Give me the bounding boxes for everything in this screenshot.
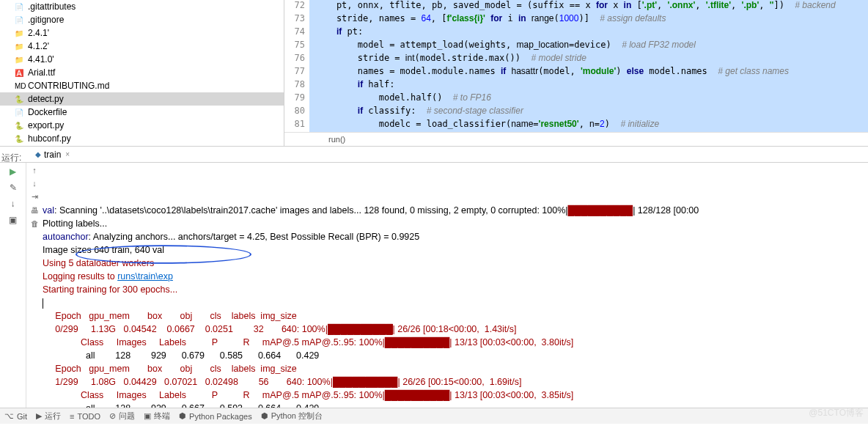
file-tree-item[interactable]: 📁4.41.0': [0, 53, 284, 66]
todo-tool-window[interactable]: ≡ TODO: [70, 412, 100, 421]
console-line: val: Scanning '..\datasets\coco128\label…: [43, 204, 868, 217]
code-line[interactable]: pt, onnx, tflite, pb, saved_model = (suf…: [309, 0, 868, 13]
file-icon: 📄: [15, 3, 25, 11]
console-line: all 128 929 0.679 0.585 0.664 0.429: [43, 349, 868, 362]
problems-tool-window[interactable]: ⊘ 问题: [109, 411, 135, 422]
line-number: 81: [284, 119, 309, 132]
file-label: Dockerfile: [28, 107, 67, 117]
run-panel-label: 运行:: [1, 152, 21, 164]
print-button[interactable]: 🖶: [31, 206, 39, 215]
file-icon: 🐍: [15, 122, 25, 130]
file-icon: 📄: [15, 108, 25, 117]
line-number: 72: [284, 0, 309, 13]
file-tree-item[interactable]: 🐍hubconf.py: [0, 132, 284, 145]
git-tool-window[interactable]: ⌥ Git: [4, 411, 27, 421]
file-label: hubconf.py: [28, 133, 71, 144]
code-line[interactable]: if half:: [309, 79, 868, 92]
console-line: Plotting labels...: [43, 217, 868, 230]
layout-button[interactable]: ▣: [7, 214, 19, 226]
file-tree[interactable]: 📄.gitattributes📄.gitignore📁2.4.1'📁4.1.2'…: [0, 0, 284, 146]
file-tree-item[interactable]: 📁4.1.2': [0, 40, 284, 53]
file-icon: 📁: [15, 56, 25, 64]
console-line: Logging results to runs\train\exp: [43, 270, 868, 283]
close-icon[interactable]: ×: [65, 150, 70, 158]
run-tab-label: train: [44, 150, 61, 160]
run-button[interactable]: ▶: [7, 166, 19, 177]
console-line: Epoch gpu_mem box obj cls labels img_siz…: [43, 362, 868, 375]
file-label: .gitattributes: [28, 1, 76, 12]
file-label: CONTRIBUTING.md: [28, 81, 109, 91]
file-label: detect.py: [28, 94, 64, 104]
code-line[interactable]: modelc = load_classifier(name='resnet50'…: [309, 119, 868, 132]
file-tree-item[interactable]: 📁2.4.1': [0, 26, 284, 40]
file-tree-item[interactable]: 📄LICENSE: [0, 145, 284, 146]
file-icon: 🅰️: [15, 69, 25, 77]
file-tree-item[interactable]: 🅰️Arial.ttf: [0, 66, 284, 79]
file-label: .gitignore: [28, 15, 64, 25]
tool-button[interactable]: ✎: [7, 182, 19, 194]
file-icon: 📁: [15, 43, 25, 51]
file-label: 4.41.0': [28, 54, 54, 65]
console-line: 1/299 1.08G 0.04429 0.07021 0.02498 56 6…: [43, 375, 868, 389]
clear-button[interactable]: 🗑: [31, 219, 39, 228]
console-line: 0/299 1.13G 0.04542 0.0667 0.0251 32 640…: [43, 323, 868, 336]
file-icon: 📄: [15, 16, 25, 24]
line-number: 75: [284, 40, 309, 53]
run-tab-train[interactable]: ◆ train ×: [29, 148, 76, 161]
file-icon: 🐍: [15, 95, 25, 103]
file-label: 4.1.2': [28, 41, 49, 51]
console-output[interactable]: val: Scanning '..\datasets\coco128\label…: [43, 163, 868, 409]
soft-wrap-button[interactable]: ⇥: [32, 192, 38, 202]
status-bar: ⌥ Git ▶ 运行 ≡ TODO ⊘ 问题 ▣ 终端 ⬢ Python Pac…: [0, 408, 868, 424]
line-number: 73: [284, 13, 309, 26]
python-console-tool-window[interactable]: ⬢ Python 控制台: [261, 411, 323, 422]
file-tree-item[interactable]: 📄.gitignore: [0, 13, 284, 26]
code-line[interactable]: if pt:: [309, 26, 868, 40]
file-label: 2.4.1': [28, 28, 49, 38]
watermark: @51CTO博客: [809, 407, 864, 419]
console-line: [43, 296, 868, 309]
console-line: Image sizes 640 train, 640 val: [43, 243, 868, 257]
file-label: Arial.ttf: [28, 67, 55, 78]
code-line[interactable]: if classify: # second-stage classifier: [309, 106, 868, 119]
file-icon: MD: [15, 82, 25, 90]
file-icon: 🐍: [15, 135, 25, 143]
console-line: Class Images Labels P R mAP@.5 mAP@.5:.9…: [43, 336, 868, 349]
console-line: Class Images Labels P R mAP@.5 mAP@.5:.9…: [43, 389, 868, 402]
console-line: autoanchor: Analyzing anchors... anchors…: [43, 230, 868, 243]
console-line: Using 5 dataloader workers: [43, 257, 868, 270]
file-tree-item[interactable]: 📄.gitattributes: [0, 0, 284, 13]
console-line: Epoch gpu_mem box obj cls labels img_siz…: [43, 309, 868, 323]
python-icon: ◆: [35, 150, 41, 158]
code-line[interactable]: model.half() # to FP16: [309, 92, 868, 106]
code-line[interactable]: names = model.module.names if hasattr(mo…: [309, 66, 868, 79]
line-number: 78: [284, 79, 309, 92]
file-tree-item[interactable]: 🐍detect.py: [0, 92, 284, 106]
line-number: 74: [284, 26, 309, 40]
code-line[interactable]: stride, names = 64, [f'class{i}' for i i…: [309, 13, 868, 26]
line-number: 79: [284, 92, 309, 106]
scroll-bottom-button[interactable]: ↓: [32, 179, 37, 188]
run-tool-window[interactable]: ▶ 运行: [36, 411, 61, 422]
code-editor[interactable]: 72 pt, onnx, tflite, pb, saved_model = (…: [284, 0, 868, 146]
python-packages-tool-window[interactable]: ⬢ Python Packages: [179, 411, 252, 421]
file-icon: 📁: [15, 29, 25, 37]
code-line[interactable]: stride = int(model.stride.max()) # model…: [309, 53, 868, 66]
line-number: 80: [284, 106, 309, 119]
terminal-tool-window[interactable]: ▣ 终端: [144, 411, 170, 422]
line-number: 77: [284, 66, 309, 79]
scroll-top-button[interactable]: ↑: [32, 166, 37, 174]
down-button[interactable]: ↓: [7, 198, 19, 210]
console-line: Starting training for 300 epochs...: [43, 283, 868, 296]
run-toolbar-primary: ▶ ✎ ↓ ▣: [0, 163, 26, 409]
file-tree-item[interactable]: 🐍export.py: [0, 119, 284, 132]
code-line[interactable]: model = attempt_load(weights, map_locati…: [309, 40, 868, 53]
file-label: export.py: [28, 120, 64, 130]
run-toolbar-secondary: ↑ ↓ ⇥ 🖶 🗑: [26, 163, 43, 409]
file-tree-item[interactable]: 📄Dockerfile: [0, 106, 284, 119]
file-tree-item[interactable]: MDCONTRIBUTING.md: [0, 79, 284, 92]
line-number: 76: [284, 53, 309, 66]
breadcrumb[interactable]: run(): [284, 132, 868, 146]
